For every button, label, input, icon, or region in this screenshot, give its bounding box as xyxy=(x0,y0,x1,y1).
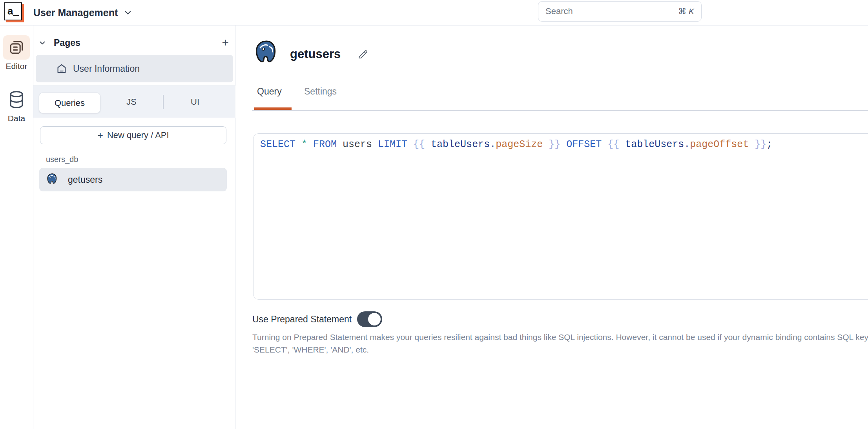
chevron-down-icon xyxy=(123,8,133,17)
active-tab-underline xyxy=(254,107,292,110)
postgres-icon xyxy=(253,38,279,70)
new-query-label: New query / API xyxy=(107,130,169,140)
rail-label-data: Data xyxy=(0,114,33,123)
left-rail: Editor Data xyxy=(0,25,33,429)
new-query-button[interactable]: + New query / API xyxy=(40,126,226,144)
home-icon xyxy=(56,63,67,75)
tab-query[interactable]: Query xyxy=(257,86,282,97)
page-item-user-information[interactable]: User Information xyxy=(36,55,233,82)
tab-queries-label: Queries xyxy=(55,98,85,108)
prepared-statement-row: Use Prepared Statement xyxy=(252,311,382,327)
edit-pencil-icon[interactable] xyxy=(357,48,369,60)
main-content: getusers Query Settings SELECT * FROM us… xyxy=(236,25,868,429)
app-logo-text: a_ xyxy=(7,3,19,19)
pages-section-title: Pages xyxy=(54,38,80,48)
prepared-statement-help: Turning on Prepared Statement makes your… xyxy=(252,331,868,356)
app-title: User Management xyxy=(33,7,118,18)
tab-baseline xyxy=(252,110,868,111)
tab-ui[interactable]: UI xyxy=(164,86,226,118)
page-item-label: User Information xyxy=(73,64,140,74)
tab-queries[interactable]: Queries xyxy=(39,93,100,113)
search-shortcut: ⌘ K xyxy=(678,7,694,16)
chevron-down-icon[interactable] xyxy=(38,38,47,47)
query-item-label: getusers xyxy=(68,175,102,185)
add-page-button[interactable]: + xyxy=(222,37,229,49)
help-line-1: Turning on Prepared Statement makes your… xyxy=(252,331,868,344)
datasource-group-label: users_db xyxy=(46,155,78,164)
postgres-icon xyxy=(46,173,58,186)
sql-editor[interactable]: SELECT * FROM users LIMIT {{ tableUsers.… xyxy=(253,133,868,300)
pages-panel: Pages + User Information Queries JS UI +… xyxy=(33,25,235,429)
top-header: a_ User Management ⌘ K xyxy=(0,0,868,25)
tab-js[interactable]: JS xyxy=(100,86,162,118)
toggle-knob xyxy=(368,313,381,325)
rail-item-editor[interactable]: Editor xyxy=(0,35,33,71)
search-box[interactable]: ⌘ K xyxy=(538,1,702,22)
query-item-getusers[interactable]: getusers xyxy=(39,168,227,191)
pages-section-header: Pages + xyxy=(38,33,229,52)
help-line-2: 'SELECT', 'WHERE', 'AND', etc. xyxy=(252,344,868,356)
tab-ui-label: UI xyxy=(191,97,199,107)
rail-label-editor: Editor xyxy=(0,62,33,71)
plus-icon: + xyxy=(97,130,103,141)
app-logo[interactable]: a_ xyxy=(4,2,22,20)
tab-settings[interactable]: Settings xyxy=(304,86,337,97)
pages-icon xyxy=(3,35,30,60)
database-icon xyxy=(3,87,30,112)
prepared-statement-toggle[interactable] xyxy=(357,311,382,327)
tab-js-label: JS xyxy=(126,97,137,107)
rail-item-data[interactable]: Data xyxy=(0,87,33,123)
entity-tabs: Queries JS UI xyxy=(33,86,235,118)
search-input[interactable] xyxy=(545,6,678,16)
query-header: getusers xyxy=(253,38,369,70)
prepared-statement-label: Use Prepared Statement xyxy=(252,314,352,325)
app-title-menu[interactable]: User Management xyxy=(33,0,133,25)
sql-code-line[interactable]: SELECT * FROM users LIMIT {{ tableUsers.… xyxy=(260,138,868,151)
query-title: getusers xyxy=(290,47,341,61)
